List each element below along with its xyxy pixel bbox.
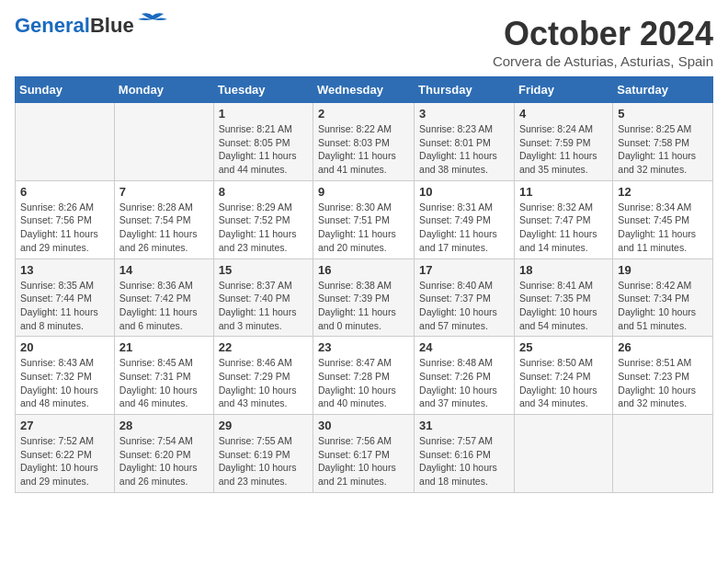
day-number: 23 [318,340,409,354]
month-title: October 2024 [493,15,713,53]
day-info: Sunrise: 8:28 AMSunset: 7:54 PMDaylight:… [119,201,209,255]
day-info: Sunrise: 8:25 AMSunset: 7:58 PMDaylight:… [618,122,708,177]
calendar-cell: 8Sunrise: 8:29 AMSunset: 7:52 PMDaylight… [213,180,313,259]
day-info: Sunrise: 8:35 AMSunset: 7:44 PMDaylight:… [20,279,109,333]
week-row-1: 1Sunrise: 8:21 AMSunset: 8:05 PMDaylight… [16,103,713,181]
day-info: Sunrise: 8:45 AMSunset: 7:31 PMDaylight:… [119,356,209,410]
calendar-cell: 3Sunrise: 8:23 AMSunset: 8:01 PMDaylight… [415,103,515,181]
calendar-cell: 10Sunrise: 8:31 AMSunset: 7:49 PMDayligh… [415,180,515,259]
day-number: 17 [419,263,509,277]
day-number: 19 [618,263,708,277]
day-info: Sunrise: 8:38 AMSunset: 7:39 PMDaylight:… [318,279,409,333]
day-number: 3 [419,107,509,121]
day-number: 28 [119,419,209,432]
calendar-header: SundayMondayTuesdayWednesdayThursdayFrid… [16,77,713,103]
weekday-header-thursday: Thursday [415,77,515,103]
day-number: 10 [419,185,509,199]
day-number: 6 [20,185,109,199]
day-info: Sunrise: 7:57 AMSunset: 6:16 PMDaylight:… [419,434,509,488]
day-number: 26 [618,340,708,354]
day-number: 25 [519,340,608,354]
calendar-cell: 5Sunrise: 8:25 AMSunset: 7:58 PMDaylight… [613,103,713,181]
calendar-cell: 19Sunrise: 8:42 AMSunset: 7:34 PMDayligh… [613,259,713,337]
weekday-header-saturday: Saturday [613,77,713,103]
day-info: Sunrise: 7:56 AMSunset: 6:17 PMDaylight:… [318,434,409,488]
calendar-cell: 18Sunrise: 8:41 AMSunset: 7:35 PMDayligh… [514,259,612,337]
week-row-5: 27Sunrise: 7:52 AMSunset: 6:22 PMDayligh… [16,415,713,493]
day-info: Sunrise: 7:52 AMSunset: 6:22 PMDaylight:… [20,434,109,488]
day-number: 7 [119,185,209,199]
day-info: Sunrise: 8:51 AMSunset: 7:23 PMDaylight:… [618,356,708,410]
day-number: 2 [318,107,409,121]
day-info: Sunrise: 8:41 AMSunset: 7:35 PMDaylight:… [519,279,608,333]
calendar-cell: 12Sunrise: 8:34 AMSunset: 7:45 PMDayligh… [613,180,713,259]
day-info: Sunrise: 8:37 AMSunset: 7:40 PMDaylight:… [219,279,308,333]
title-block: October 2024 Corvera de Asturias, Asturi… [493,15,713,69]
calendar-cell: 29Sunrise: 7:55 AMSunset: 6:19 PMDayligh… [213,415,313,493]
day-number: 29 [219,419,308,432]
day-info: Sunrise: 8:26 AMSunset: 7:56 PMDaylight:… [20,201,109,255]
calendar-cell: 28Sunrise: 7:54 AMSunset: 6:20 PMDayligh… [114,415,213,493]
calendar-body: 1Sunrise: 8:21 AMSunset: 8:05 PMDaylight… [16,103,713,493]
location-text: Corvera de Asturias, Asturias, Spain [493,53,713,69]
calendar-cell: 20Sunrise: 8:43 AMSunset: 7:32 PMDayligh… [16,337,115,415]
week-row-3: 13Sunrise: 8:35 AMSunset: 7:44 PMDayligh… [16,259,713,337]
day-info: Sunrise: 8:40 AMSunset: 7:37 PMDaylight:… [419,279,509,333]
calendar-cell: 9Sunrise: 8:30 AMSunset: 7:51 PMDaylight… [313,180,415,259]
day-info: Sunrise: 8:46 AMSunset: 7:29 PMDaylight:… [219,356,308,410]
calendar-cell: 17Sunrise: 8:40 AMSunset: 7:37 PMDayligh… [415,259,515,337]
day-number: 22 [219,340,308,354]
header-row: SundayMondayTuesdayWednesdayThursdayFrid… [16,77,713,103]
calendar-cell: 21Sunrise: 8:45 AMSunset: 7:31 PMDayligh… [114,337,213,415]
calendar-cell: 7Sunrise: 8:28 AMSunset: 7:54 PMDaylight… [114,180,213,259]
day-info: Sunrise: 8:34 AMSunset: 7:45 PMDaylight:… [618,201,708,255]
day-info: Sunrise: 8:32 AMSunset: 7:47 PMDaylight:… [519,201,608,255]
day-info: Sunrise: 8:50 AMSunset: 7:24 PMDaylight:… [519,356,608,410]
logo-bird-icon [136,12,169,32]
day-number: 24 [419,340,509,354]
day-info: Sunrise: 8:48 AMSunset: 7:26 PMDaylight:… [419,356,509,410]
logo-general: General [15,14,90,37]
calendar-cell [16,103,115,181]
page-header: GeneralBlue October 2024 Corvera de Astu… [15,15,713,69]
weekday-header-tuesday: Tuesday [213,77,313,103]
day-info: Sunrise: 7:55 AMSunset: 6:19 PMDaylight:… [219,434,308,488]
calendar-cell: 2Sunrise: 8:22 AMSunset: 8:03 PMDaylight… [313,103,415,181]
day-number: 18 [519,263,608,277]
weekday-header-friday: Friday [514,77,612,103]
day-info: Sunrise: 8:23 AMSunset: 8:01 PMDaylight:… [419,122,509,177]
day-info: Sunrise: 8:31 AMSunset: 7:49 PMDaylight:… [419,201,509,255]
day-info: Sunrise: 8:24 AMSunset: 7:59 PMDaylight:… [519,122,608,177]
day-info: Sunrise: 8:21 AMSunset: 8:05 PMDaylight:… [219,122,308,177]
logo: GeneralBlue [15,15,169,37]
day-number: 16 [318,263,409,277]
weekday-header-wednesday: Wednesday [313,77,415,103]
calendar-cell [114,103,213,181]
weekday-header-monday: Monday [114,77,213,103]
calendar-cell [613,415,713,493]
calendar-cell: 15Sunrise: 8:37 AMSunset: 7:40 PMDayligh… [213,259,313,337]
calendar-cell: 24Sunrise: 8:48 AMSunset: 7:26 PMDayligh… [415,337,515,415]
day-number: 13 [20,263,109,277]
day-info: Sunrise: 8:47 AMSunset: 7:28 PMDaylight:… [318,356,409,410]
calendar-cell: 26Sunrise: 8:51 AMSunset: 7:23 PMDayligh… [613,337,713,415]
calendar-cell: 4Sunrise: 8:24 AMSunset: 7:59 PMDaylight… [514,103,612,181]
day-info: Sunrise: 8:43 AMSunset: 7:32 PMDaylight:… [20,356,109,410]
day-number: 21 [119,340,209,354]
calendar-cell: 6Sunrise: 8:26 AMSunset: 7:56 PMDaylight… [16,180,115,259]
day-number: 14 [119,263,209,277]
calendar-cell: 23Sunrise: 8:47 AMSunset: 7:28 PMDayligh… [313,337,415,415]
day-info: Sunrise: 7:54 AMSunset: 6:20 PMDaylight:… [119,434,209,488]
day-number: 4 [519,107,608,121]
calendar-cell [514,415,612,493]
day-info: Sunrise: 8:30 AMSunset: 7:51 PMDaylight:… [318,201,409,255]
day-number: 9 [318,185,409,199]
day-number: 8 [219,185,308,199]
day-number: 11 [519,185,608,199]
day-info: Sunrise: 8:42 AMSunset: 7:34 PMDaylight:… [618,279,708,333]
logo-text: GeneralBlue [15,15,134,37]
day-number: 12 [618,185,708,199]
day-number: 27 [20,419,109,432]
day-number: 20 [20,340,109,354]
calendar-cell: 16Sunrise: 8:38 AMSunset: 7:39 PMDayligh… [313,259,415,337]
